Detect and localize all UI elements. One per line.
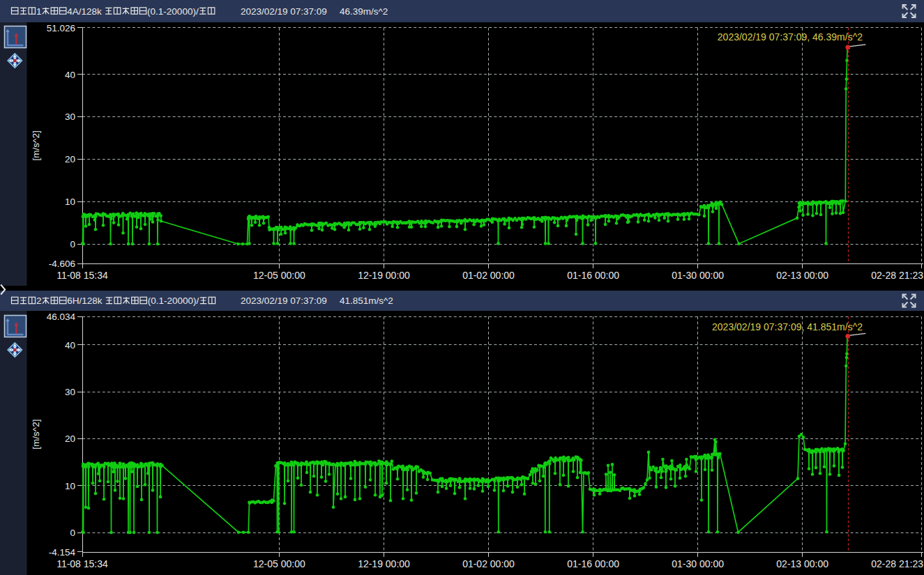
svg-text:2023/02/19 07:37:09: 2023/02/19 07:37:09 [241,296,327,306]
svg-text:1: 1 [36,6,42,17]
svg-text:10: 10 [65,481,75,491]
svg-text:30: 30 [65,112,75,122]
svg-text:20: 20 [65,154,75,164]
svg-text:40: 40 [65,70,75,80]
svg-text:2023/02/19 07:37:09: 2023/02/19 07:37:09 [241,6,327,17]
svg-text:01-30 00:00: 01-30 00:00 [672,558,724,569]
svg-text:11-08 15:34: 11-08 15:34 [56,558,108,569]
svg-text:01-16 00:00: 01-16 00:00 [567,558,619,569]
svg-text:01-30 00:00: 01-30 00:00 [672,270,724,281]
svg-text:02-28 21:23: 02-28 21:23 [871,270,923,281]
svg-text:01-16 00:00: 01-16 00:00 [567,270,619,281]
svg-text:46.034: 46.034 [47,312,76,322]
svg-text:-4.154: -4.154 [49,547,76,558]
svg-text:40: 40 [65,340,75,351]
svg-text:12-19 00:00: 12-19 00:00 [358,270,410,281]
svg-text:2023/02/19 07:37:09, 41.851m/s: 2023/02/19 07:37:09, 41.851m/s^2 [712,321,863,332]
svg-text:[m/s^2]: [m/s^2] [31,420,41,450]
svg-text:01-02 00:00: 01-02 00:00 [462,270,515,281]
svg-text:-4.606: -4.606 [49,259,75,269]
svg-text:2: 2 [36,296,42,306]
svg-text:02-13 00:00: 02-13 00:00 [776,558,828,569]
svg-text:0: 0 [70,528,75,538]
svg-text:51.026: 51.026 [47,23,75,33]
svg-text:6H/128k: 6H/128k [67,296,105,306]
svg-text:(0.1-20000)/: (0.1-20000)/ [148,296,199,306]
svg-text:11-08 15:34: 11-08 15:34 [56,270,108,281]
svg-text:12-19 00:00: 12-19 00:00 [358,558,410,569]
svg-text:12-05 00:00: 12-05 00:00 [253,270,305,281]
svg-text:02-28 21:23: 02-28 21:23 [871,558,923,569]
svg-text:(0.1-20000)/: (0.1-20000)/ [147,6,199,17]
svg-text:41.851m/s^2: 41.851m/s^2 [340,296,393,306]
svg-text:01-02 00:00: 01-02 00:00 [462,558,515,569]
svg-text:[m/s^2]: [m/s^2] [31,130,41,160]
svg-text:02-13 00:00: 02-13 00:00 [776,270,828,281]
svg-text:10: 10 [65,197,75,207]
svg-text:30: 30 [65,387,75,397]
svg-text:0: 0 [70,239,75,250]
svg-text:2023/02/19 07:37:09, 46.39m/s^: 2023/02/19 07:37:09, 46.39m/s^2 [718,31,863,43]
svg-text:12-05 00:00: 12-05 00:00 [253,558,305,569]
svg-text:4A/128k: 4A/128k [67,6,104,17]
svg-text:20: 20 [65,434,75,444]
svg-text:46.39m/s^2: 46.39m/s^2 [340,6,388,17]
